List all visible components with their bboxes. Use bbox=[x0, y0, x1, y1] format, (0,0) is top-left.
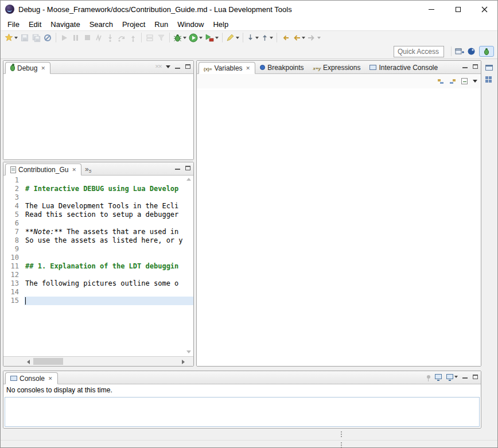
tab-debug[interactable]: Debug ✕ bbox=[5, 62, 50, 74]
tab-expressions[interactable]: Expressions bbox=[309, 61, 365, 73]
save-all-button[interactable] bbox=[30, 32, 42, 44]
editor-tab-overflow-button[interactable]: » 5 bbox=[85, 165, 91, 175]
scroll-left-icon[interactable] bbox=[27, 360, 30, 364]
open-perspective-button[interactable] bbox=[454, 45, 465, 58]
tab-contribution-guide[interactable]: Contribution_Gu ✕ bbox=[5, 163, 81, 176]
close-window-button[interactable] bbox=[471, 1, 497, 18]
line-number: 1 bbox=[3, 176, 24, 185]
run-button[interactable] bbox=[188, 32, 204, 44]
editor-area-button[interactable] bbox=[485, 76, 492, 83]
back-button[interactable] bbox=[291, 32, 306, 44]
resume-button[interactable] bbox=[59, 32, 70, 44]
new-button[interactable] bbox=[3, 32, 19, 44]
minimize-view-button[interactable] bbox=[175, 165, 181, 170]
maximize-view-button[interactable] bbox=[473, 375, 478, 379]
mark-occurrences-button[interactable] bbox=[225, 32, 240, 44]
remove-terminated-button[interactable]: ✕✕ bbox=[155, 64, 161, 69]
previous-annotation-button[interactable] bbox=[260, 32, 274, 44]
forward-button[interactable] bbox=[306, 32, 322, 44]
tab-console[interactable]: Console ✕ bbox=[5, 372, 58, 384]
menu-run[interactable]: Run bbox=[150, 19, 173, 30]
scroll-down-icon[interactable] bbox=[186, 350, 191, 353]
menu-bar: FileEditNavigateSearchProjectRunWindowHe… bbox=[1, 18, 497, 30]
next-annotation-button[interactable] bbox=[246, 32, 260, 44]
menu-project[interactable]: Project bbox=[118, 19, 150, 30]
menu-file[interactable]: File bbox=[3, 19, 24, 30]
scroll-right-icon[interactable] bbox=[182, 360, 185, 364]
collapse-all-button[interactable] bbox=[461, 78, 468, 84]
drop-to-frame-button[interactable] bbox=[144, 32, 155, 44]
console-header: Console ✕ bbox=[3, 371, 481, 384]
variables-tab-strip: Variables✕BreakpointsExpressionsInteract… bbox=[199, 61, 442, 73]
use-step-filters-button[interactable] bbox=[155, 32, 167, 44]
step-over-button[interactable] bbox=[116, 32, 127, 44]
step-return-button[interactable] bbox=[127, 32, 139, 44]
minimize-window-button[interactable] bbox=[418, 1, 445, 18]
last-edit-location-button[interactable] bbox=[279, 32, 291, 44]
line-text bbox=[24, 219, 193, 228]
debug-view-content[interactable] bbox=[3, 74, 193, 159]
lua-perspective-button[interactable] bbox=[465, 45, 477, 58]
console-content: No consoles to display at this time. bbox=[3, 384, 481, 428]
save-icon bbox=[21, 34, 28, 41]
variables-view-content[interactable] bbox=[197, 88, 481, 366]
stop-button[interactable] bbox=[81, 32, 93, 44]
console-text-area[interactable] bbox=[5, 397, 480, 427]
external-tools-button[interactable] bbox=[204, 32, 220, 44]
minimize-view-button[interactable] bbox=[175, 64, 181, 69]
line-text: ## 1. Explanation of the LDT debuggin bbox=[24, 262, 193, 271]
dropdown-icon bbox=[199, 37, 203, 39]
line-text: Read this section to setup a debugger bbox=[24, 211, 193, 219]
maximize-view-button[interactable] bbox=[185, 64, 190, 69]
sash-handle[interactable] bbox=[341, 431, 342, 433]
debug-view-panel: Debug ✕ ✕✕ bbox=[3, 60, 194, 160]
line-number: 5 bbox=[3, 211, 24, 219]
editor-content[interactable]: 12# Interactive DEBUG using Lua Develop3… bbox=[3, 176, 193, 356]
debug-perspective-button[interactable] bbox=[479, 46, 494, 57]
debug-perspective-icon bbox=[483, 47, 491, 56]
view-menu-button[interactable] bbox=[166, 65, 170, 68]
menu-window[interactable]: Window bbox=[173, 19, 208, 30]
tab-breakpoints[interactable]: Breakpoints bbox=[255, 61, 308, 73]
close-icon[interactable]: ✕ bbox=[48, 376, 53, 381]
pin-console-button[interactable] bbox=[427, 375, 430, 379]
menu-navigate[interactable]: Navigate bbox=[46, 19, 84, 30]
skip-all-breakpoints-button[interactable] bbox=[42, 32, 53, 44]
tab-label: Breakpoints bbox=[267, 64, 304, 72]
editor-line: 8So use the assets as listed here, or y bbox=[3, 236, 193, 245]
view-menu-button[interactable] bbox=[473, 80, 477, 83]
pause-button[interactable] bbox=[70, 32, 81, 44]
display-selected-console-button[interactable] bbox=[435, 374, 442, 379]
open-console-button[interactable] bbox=[446, 374, 458, 379]
close-icon[interactable]: ✕ bbox=[246, 65, 251, 71]
restore-view-button[interactable] bbox=[485, 65, 493, 71]
toolbar-separator bbox=[243, 33, 243, 42]
debug-button[interactable] bbox=[172, 32, 188, 44]
line-text: So use the assets as listed here, or y bbox=[24, 236, 193, 245]
close-icon[interactable]: ✕ bbox=[72, 167, 76, 173]
disconnect-button[interactable] bbox=[93, 32, 104, 44]
show-type-names-button[interactable] bbox=[437, 78, 444, 85]
right-trim-bar bbox=[481, 60, 496, 430]
quick-access-input[interactable]: Quick Access bbox=[394, 46, 444, 57]
step-into-button[interactable] bbox=[104, 32, 116, 44]
minimize-view-button[interactable] bbox=[462, 64, 468, 69]
maximize-window-button[interactable] bbox=[445, 1, 471, 18]
close-icon[interactable]: ✕ bbox=[41, 65, 45, 71]
scroll-up-icon[interactable] bbox=[186, 178, 191, 181]
tab-interactive-console[interactable]: Interactive Console bbox=[365, 61, 442, 73]
maximize-view-button[interactable] bbox=[185, 166, 190, 170]
title-bar: Debug - Moose_Framework/docs/Contributio… bbox=[1, 1, 497, 18]
trim-handle[interactable] bbox=[341, 442, 342, 443]
save-button[interactable] bbox=[19, 32, 30, 44]
tab-variables[interactable]: Variables✕ bbox=[199, 62, 255, 74]
menu-edit[interactable]: Edit bbox=[24, 19, 46, 30]
menu-search[interactable]: Search bbox=[85, 19, 118, 30]
toolbar-separator bbox=[451, 46, 452, 56]
scrollbar-thumb[interactable] bbox=[33, 358, 63, 365]
minimize-view-button[interactable] bbox=[462, 374, 468, 379]
maximize-view-button[interactable] bbox=[473, 64, 478, 69]
menu-help[interactable]: Help bbox=[208, 19, 233, 30]
horizontal-scrollbar[interactable] bbox=[3, 356, 193, 366]
show-logical-structures-button[interactable] bbox=[449, 78, 456, 85]
